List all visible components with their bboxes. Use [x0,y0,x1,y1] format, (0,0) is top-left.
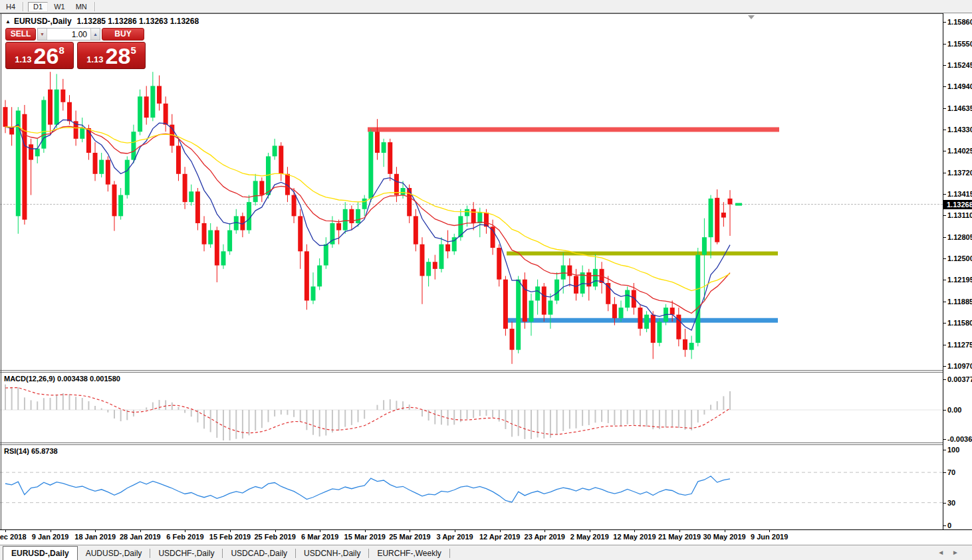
axis-tick [943,173,946,173]
sell-button[interactable]: SELL [5,28,36,41]
chart-tab-usdcnh[interactable]: USDCNH-,Daily [296,546,368,560]
date-axis-label: 9 Jan 2019 [32,533,69,541]
axis-tick [943,194,946,195]
chart-shift-marker-icon[interactable] [748,15,755,19]
toolbar-separator [23,2,24,11]
date-tick [185,530,185,532]
chart-title: ▲ EURUSD-,Daily 1.13285 1.13286 1.13263 … [5,17,153,26]
date-axis-label: 6 Mar 2019 [301,533,338,541]
rsi-axis-label: 70 [947,468,955,476]
tab-scroll-right-icon[interactable]: ► [952,549,967,556]
tab-scroll-left-icon[interactable]: ◄ [937,549,952,556]
date-axis[interactable]: 31 Dec 20189 Jan 201918 Jan 201928 Jan 2… [0,529,972,545]
buy-price-big: 28 [106,44,131,68]
collapse-panel-icon[interactable]: ▲ [5,19,11,25]
date-axis-label: 15 Mar 2019 [344,533,386,541]
ohlc-values: 1.13285 1.13286 1.13263 1.13268 [77,17,199,26]
symbol-title: EURUSD-,Daily [14,17,72,26]
price-axis-label: 1.15245 [947,61,972,69]
macd-axis-label: 0.00 [947,406,961,414]
buy-price-prefix: 1.13 [86,54,103,64]
date-axis-label: 6 Feb 2019 [166,533,203,541]
date-tick [455,530,455,532]
date-axis-label: 12 May 2019 [613,533,656,541]
chart-tab-eurchf[interactable]: EURCHF-,Weekly [369,546,449,560]
price-axis-label: 1.14330 [947,126,972,134]
date-tick [5,530,6,532]
axis-tick [943,65,946,66]
axis-tick [943,44,946,45]
date-axis-label: 25 Feb 2019 [254,533,295,541]
timeframe-button-w1[interactable]: W1 [49,2,70,12]
date-tick [140,530,141,532]
chart-tab-usdcad[interactable]: USDCAD-,Daily [223,546,295,560]
macd-pane[interactable] [0,373,943,442]
date-tick [725,530,725,532]
axis-tick [943,280,946,280]
volume-stepper: ▼ ▲ [37,28,100,41]
chart-window: 1.158601.155501.152451.149401.146351.143… [0,13,972,560]
price-axis-label: 1.11580 [947,319,972,327]
chart-tab-usdchf[interactable]: USDCHF-,Daily [150,546,222,560]
date-tick [230,530,231,532]
axis-tick [943,450,946,450]
axis-tick [943,86,946,87]
toolbar-separator [94,2,96,11]
tab-scroll-arrows[interactable]: ◄► [937,549,967,556]
axis-tick [943,22,946,23]
date-tick [275,530,276,532]
sell-price-display[interactable]: 1.13 26 8 [5,42,74,69]
macd-axis-label: -0.003682 [947,435,972,443]
date-tick [51,530,51,532]
price-axis-label: 1.15860 [947,18,972,26]
chart-tab-bar: EURUSD-,DailyAUDUSD-,DailyUSDCHF-,DailyU… [0,545,972,560]
price-axis[interactable]: 1.158601.155501.152451.149401.146351.143… [943,13,972,530]
axis-tick [943,345,946,345]
rsi-pane[interactable] [0,445,943,529]
price-axis-label: 1.11885 [947,298,972,306]
macd-indicator-label: MACD(12,26,9) 0.003438 0.001580 [4,375,120,383]
date-axis-label: 23 Apr 2019 [525,533,565,541]
sell-price-big: 26 [34,44,59,68]
volume-decrease-icon[interactable]: ▼ [38,29,47,40]
date-tick [545,530,545,532]
date-axis-label: 2 May 2019 [570,533,609,541]
date-tick [500,530,501,532]
chart-tab-audusd[interactable]: AUDUSD-,Daily [78,546,150,560]
sell-price-sup: 8 [59,45,64,56]
axis-tick [943,215,946,216]
rsi-axis-label: 30 [947,499,955,507]
chart-top-border [0,13,972,14]
date-tick [95,530,96,532]
date-tick [590,530,590,532]
date-axis-label: 21 May 2019 [658,533,701,541]
timeframe-toolbar: H4D1W1MN [0,0,972,13]
timeframe-button-h4[interactable]: H4 [1,2,20,12]
timeframe-button-d1[interactable]: D1 [28,2,48,12]
axis-tick [943,130,946,130]
volume-increase-icon[interactable]: ▲ [90,29,100,40]
timeframe-button-mn[interactable]: MN [71,2,92,12]
price-axis-label: 1.14635 [947,104,972,112]
buy-button[interactable]: BUY [102,28,144,41]
axis-tick [943,472,946,473]
volume-input[interactable] [47,29,90,40]
buy-price-sup: 5 [130,45,136,56]
axis-tick [943,237,946,238]
buy-price-display[interactable]: 1.13 28 5 [77,42,146,69]
price-axis-label: 1.13720 [947,169,972,177]
axis-tick [943,323,946,324]
macd-axis-label: 0.003777 [947,375,972,383]
axis-tick [943,503,946,504]
date-axis-label: 3 Apr 2019 [436,533,473,541]
price-axis-label: 1.10970 [947,362,972,370]
chart-tab-eurusd[interactable]: EURUSD-,Daily [3,546,78,560]
date-axis-label: 30 May 2019 [703,533,745,541]
rsi-axis-label: 0 [947,521,951,529]
date-tick [769,530,770,532]
price-axis-label: 1.14025 [947,147,972,155]
axis-tick [943,525,946,526]
axis-tick [943,151,946,151]
rsi-indicator-label: RSI(14) 65.8738 [4,447,58,455]
date-tick [634,530,635,532]
